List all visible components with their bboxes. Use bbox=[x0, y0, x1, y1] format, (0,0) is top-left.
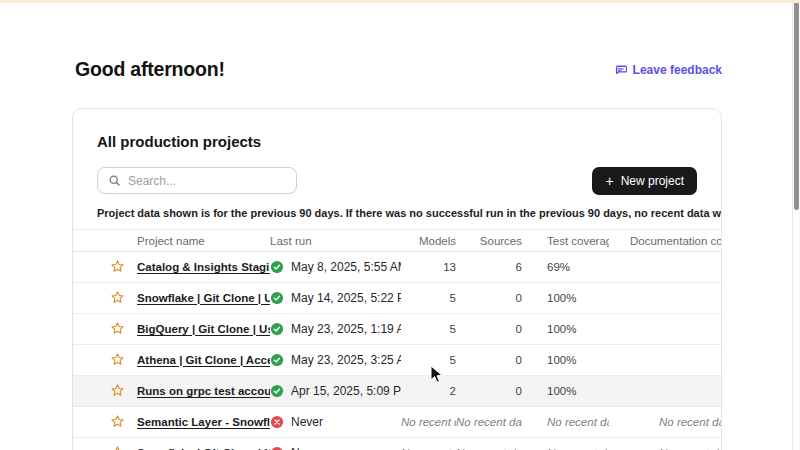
models-value: 5 bbox=[401, 314, 456, 345]
col-header-models: Models bbox=[401, 230, 456, 252]
sources-value: 0 bbox=[456, 376, 522, 407]
sources-value: No recent data bbox=[456, 438, 522, 450]
feedback-icon bbox=[613, 63, 627, 77]
documentation-coverage-value bbox=[609, 314, 722, 345]
run-never-icon bbox=[270, 415, 284, 429]
star-icon[interactable] bbox=[110, 290, 125, 307]
test-coverage-value: 100% bbox=[522, 376, 609, 407]
last-run-value: May 23, 2025, 3:25 AM B bbox=[291, 353, 401, 367]
search-icon bbox=[108, 174, 121, 187]
test-coverage-value: 100% bbox=[522, 314, 609, 345]
documentation-coverage-value: No recent data bbox=[609, 407, 722, 438]
documentation-coverage-value bbox=[609, 283, 722, 314]
models-value: 5 bbox=[401, 283, 456, 314]
test-coverage-value: No recent data bbox=[522, 438, 609, 450]
star-icon[interactable] bbox=[110, 414, 125, 431]
vertical-scrollbar[interactable] bbox=[792, 0, 800, 450]
search-input[interactable] bbox=[128, 174, 288, 188]
project-name-link[interactable]: Catalog & Insights Staging... bbox=[137, 261, 270, 273]
sources-value: 0 bbox=[456, 283, 522, 314]
run-success-icon bbox=[270, 322, 284, 336]
models-value: 2 bbox=[401, 376, 456, 407]
table-row[interactable]: BigQuery | Git Clone | User... May 23, 2… bbox=[73, 314, 722, 345]
run-success-icon bbox=[270, 260, 284, 274]
last-run-value: May 14, 2025, 5:22 PM BS bbox=[291, 291, 401, 305]
data-range-notice: Project data shown is for the previous 9… bbox=[97, 207, 697, 219]
project-name-link[interactable]: Runs on grpc test account bbox=[137, 385, 270, 397]
documentation-coverage-value: No recent data bbox=[609, 438, 722, 450]
table-row[interactable]: Runs on grpc test account Apr 15, 2025, … bbox=[73, 376, 722, 407]
project-name-link[interactable]: Athena | Git Clone | Acces... bbox=[137, 354, 270, 366]
projects-card: All production projects + New project Pr… bbox=[72, 108, 722, 450]
col-header-test-coverage: Test coverage bbox=[522, 230, 609, 252]
sources-value: 0 bbox=[456, 345, 522, 376]
table-row[interactable]: Semantic Layer - Snowflake Never No rece… bbox=[73, 407, 722, 438]
scrollbar-thumb[interactable] bbox=[794, 2, 799, 210]
documentation-coverage-value bbox=[609, 345, 722, 376]
col-header-sources: Sources bbox=[456, 230, 522, 252]
project-name-link[interactable]: BigQuery | Git Clone | User... bbox=[137, 323, 270, 335]
models-value: 13 bbox=[401, 252, 456, 283]
run-success-icon bbox=[270, 384, 284, 398]
last-run-value: May 8, 2025, 5:55 AM BS bbox=[291, 260, 401, 274]
run-never-icon bbox=[270, 446, 284, 450]
star-icon[interactable] bbox=[110, 321, 125, 338]
models-value: No recent data bbox=[401, 407, 456, 438]
search-box[interactable] bbox=[97, 167, 297, 194]
test-coverage-value: 69% bbox=[522, 252, 609, 283]
run-success-icon bbox=[270, 353, 284, 367]
page-header: Good afternoon! Leave feedback bbox=[75, 58, 722, 81]
test-coverage-value: 100% bbox=[522, 283, 609, 314]
card-toolbar: + New project bbox=[97, 167, 697, 195]
project-name-link[interactable]: Snowflake | Git Clone | Use... bbox=[137, 292, 270, 304]
projects-table: Project name Last run Models Sources Tes… bbox=[73, 229, 722, 450]
star-icon[interactable] bbox=[110, 383, 125, 400]
table-row[interactable]: Catalog & Insights Staging... May 8, 202… bbox=[73, 252, 722, 283]
leave-feedback-link[interactable]: Leave feedback bbox=[613, 63, 722, 77]
last-run-value: Never bbox=[291, 446, 323, 450]
project-name-link[interactable]: Semantic Layer - Snowflake bbox=[137, 416, 270, 428]
sources-value: 0 bbox=[456, 314, 522, 345]
sources-value: 6 bbox=[456, 252, 522, 283]
col-header-star bbox=[73, 230, 137, 252]
col-header-last-run: Last run bbox=[270, 230, 401, 252]
documentation-coverage-value bbox=[609, 252, 722, 283]
new-project-button[interactable]: + New project bbox=[592, 167, 697, 195]
models-value: No recent data bbox=[401, 438, 456, 450]
card-title: All production projects bbox=[97, 133, 721, 150]
last-run-value: May 23, 2025, 1:19 AM BS bbox=[291, 322, 401, 336]
test-coverage-value: 100% bbox=[522, 345, 609, 376]
new-project-label: New project bbox=[621, 174, 684, 188]
col-header-documentation-coverage: Documentation coverage bbox=[609, 230, 722, 252]
models-value: 5 bbox=[401, 345, 456, 376]
star-icon[interactable] bbox=[110, 259, 125, 276]
sources-value: No recent data bbox=[456, 407, 522, 438]
test-coverage-value: No recent data bbox=[522, 407, 609, 438]
last-run-value: Apr 15, 2025, 5:09 PM BS bbox=[291, 384, 401, 398]
run-success-icon bbox=[270, 291, 284, 305]
leave-feedback-label: Leave feedback bbox=[633, 63, 722, 77]
plus-icon: + bbox=[605, 174, 613, 188]
table-row[interactable]: Snowflake | Git Clone | Key... Never No … bbox=[73, 438, 722, 450]
table-row[interactable]: Athena | Git Clone | Acces... May 23, 20… bbox=[73, 345, 722, 376]
documentation-coverage-value bbox=[609, 376, 722, 407]
top-window-strip bbox=[0, 0, 800, 3]
col-header-project-name: Project name bbox=[137, 230, 270, 252]
star-icon[interactable] bbox=[110, 352, 125, 369]
star-icon[interactable] bbox=[110, 445, 125, 450]
last-run-value: Never bbox=[291, 415, 323, 429]
page-title: Good afternoon! bbox=[75, 58, 225, 81]
table-header-row: Project name Last run Models Sources Tes… bbox=[73, 230, 722, 252]
table-row[interactable]: Snowflake | Git Clone | Use... May 14, 2… bbox=[73, 283, 722, 314]
